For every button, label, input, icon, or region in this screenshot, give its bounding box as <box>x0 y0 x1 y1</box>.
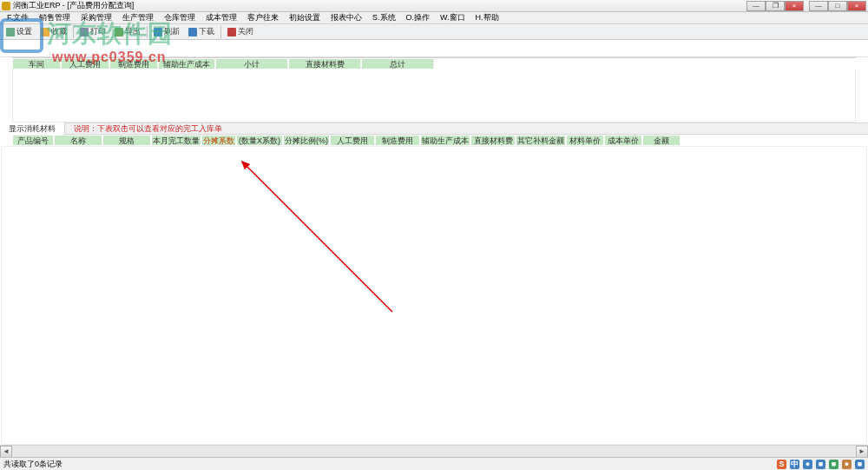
col-coeff[interactable]: 分摊系数 <box>201 135 236 146</box>
col-name[interactable]: 名称 <box>54 135 102 146</box>
col-month-qty[interactable]: 本月完工数量 <box>151 135 201 146</box>
tray-moon-icon[interactable]: ● <box>803 460 812 469</box>
menu-help[interactable]: H.帮助 <box>470 12 504 23</box>
lower-grid-header: 产品编号 名称 规格 本月完工数量 分摊系数 (数量X系数) 分摊比例(%) 人… <box>0 135 856 146</box>
child-maximize-button[interactable]: □ <box>828 1 847 11</box>
status-bar: 共读取了0条记录 S 中 ● ■ ■ ● ■ <box>0 457 868 470</box>
menu-init[interactable]: 初始设置 <box>284 12 326 23</box>
col-qtyxcoeff[interactable]: (数量X系数) <box>236 135 283 146</box>
toolbar-refresh-button[interactable]: 刷新 <box>149 25 184 39</box>
upper-grid-header: 车间 人工费用 制造费用 辅助生产成本 小计 直接材料费 总计 <box>12 57 856 69</box>
separator <box>220 26 221 38</box>
maximize-button[interactable]: ❐ <box>766 1 785 11</box>
toolbar-close-button[interactable]: 关闭 <box>223 25 258 39</box>
toolbar-label: 设置 <box>16 26 32 37</box>
col-ratio[interactable]: 分摊比例(%) <box>283 135 330 146</box>
col-mat-price[interactable]: 材料单价 <box>566 135 604 146</box>
star-icon <box>41 28 49 36</box>
annotation-arrow-icon <box>236 156 410 329</box>
tray-ime-icon[interactable]: 中 <box>790 460 799 469</box>
filter-area <box>0 40 868 57</box>
col-amount[interactable]: 金额 <box>642 135 681 146</box>
menu-system[interactable]: S.系统 <box>367 12 401 23</box>
menu-cost[interactable]: 成本管理 <box>201 12 242 23</box>
menu-window[interactable]: W.窗口 <box>435 12 470 23</box>
menu-report[interactable]: 报表中心 <box>326 12 367 23</box>
window-title: 润衡工业ERP - [产品费用分配查询] <box>13 0 746 11</box>
toolbar: 设置 收藏 打印 导出 刷新 下载 关闭 <box>0 24 868 40</box>
status-text: 共读取了0条记录 <box>3 459 62 470</box>
col-aux2[interactable]: 辅助生产成本 <box>420 135 470 146</box>
tray-sogou-icon[interactable]: S <box>777 460 786 469</box>
refresh-icon <box>154 28 162 36</box>
col-other[interactable]: 其它补料金额 <box>516 135 566 146</box>
toolbar-favorite-button[interactable]: 收藏 <box>36 25 71 39</box>
toolbar-label: 刷新 <box>164 26 180 37</box>
upper-grid-body[interactable] <box>12 69 856 122</box>
scroll-left-icon[interactable]: ◄ <box>0 446 12 458</box>
toolbar-label: 关闭 <box>238 26 253 37</box>
tray-tool-icon[interactable]: ■ <box>855 460 865 469</box>
download-icon <box>188 28 197 36</box>
toolbar-download-button[interactable]: 下载 <box>184 25 219 39</box>
menu-account[interactable]: 客户往来 <box>242 12 284 23</box>
gear-icon <box>6 28 15 36</box>
col-labor2[interactable]: 人工费用 <box>330 135 375 146</box>
menu-warehouse[interactable]: 仓库管理 <box>159 12 201 23</box>
horizontal-scrollbar[interactable]: ◄ ► <box>0 445 868 457</box>
col-spec[interactable]: 规格 <box>102 135 151 146</box>
close-icon <box>227 28 236 36</box>
toolbar-print-button[interactable]: 打印 <box>76 25 110 39</box>
menu-operate[interactable]: O.操作 <box>401 12 436 23</box>
col-material2[interactable]: 直接材料费 <box>470 135 516 146</box>
printer-icon <box>80 28 89 36</box>
scroll-track[interactable] <box>12 446 856 457</box>
menu-production[interactable]: 生产管理 <box>117 12 159 23</box>
toolbar-label: 导出 <box>125 26 141 37</box>
title-bar: 润衡工业ERP - [产品费用分配查询] — ❐ × — □ × <box>0 0 868 12</box>
close-button[interactable]: × <box>785 1 804 11</box>
col-mfg2[interactable]: 制造费用 <box>375 135 420 146</box>
tray-user-icon[interactable]: ● <box>842 460 852 469</box>
menu-bar: F.文件 销售管理 采购管理 生产管理 仓库管理 成本管理 客户往来 初始设置 … <box>0 12 868 24</box>
scroll-right-icon[interactable]: ► <box>856 446 868 458</box>
lower-grid-body[interactable] <box>1 146 867 445</box>
separator <box>73 26 74 38</box>
export-icon <box>115 28 123 36</box>
menu-purchase[interactable]: 采购管理 <box>76 12 117 23</box>
child-minimize-button[interactable]: — <box>809 1 828 11</box>
mid-bar: 显示消耗材料 说明：下表双击可以查看对应的完工入库单 <box>0 122 868 135</box>
menu-file[interactable]: F.文件 <box>2 12 34 23</box>
tray-box-icon[interactable]: ■ <box>829 460 838 469</box>
toolbar-export-button[interactable]: 导出 <box>110 25 145 39</box>
system-tray: S 中 ● ■ ■ ● ■ <box>777 460 865 469</box>
minimize-button[interactable]: — <box>746 1 766 11</box>
mid-note: 说明：下表双击可以查看对应的完工入库单 <box>65 123 222 135</box>
app-icon <box>2 2 10 10</box>
child-close-button[interactable]: × <box>847 1 866 11</box>
tab-show-material[interactable]: 显示消耗材料 <box>0 122 65 135</box>
svg-line-0 <box>247 166 392 312</box>
col-cost-price[interactable]: 成本单价 <box>604 135 642 146</box>
toolbar-settings-button[interactable]: 设置 <box>2 25 36 39</box>
menu-sales[interactable]: 销售管理 <box>34 12 76 23</box>
tray-keyboard-icon[interactable]: ■ <box>816 460 825 469</box>
toolbar-label: 打印 <box>90 26 106 37</box>
separator <box>147 26 148 38</box>
toolbar-label: 收藏 <box>51 26 67 37</box>
toolbar-label: 下载 <box>199 26 214 37</box>
col-product-code[interactable]: 产品编号 <box>12 135 54 146</box>
